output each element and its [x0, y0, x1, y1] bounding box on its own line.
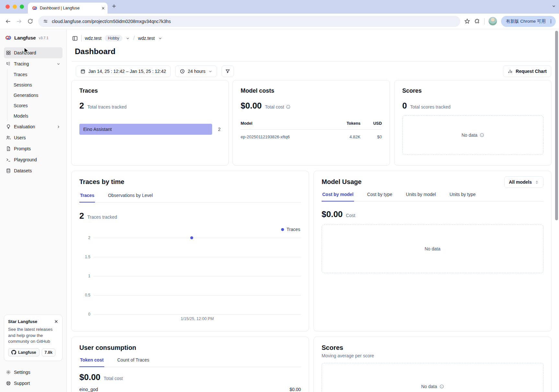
request-chart-label: Request Chart — [516, 69, 547, 74]
users-icon — [6, 135, 11, 140]
traces-total-value: 2 — [79, 101, 84, 111]
consumption-total-value: $0.00 — [79, 372, 100, 382]
tab-observations-by-level[interactable]: Observations by Level — [107, 193, 154, 202]
tracing-subnav: Traces Sessions Generations Scores Model… — [7, 69, 63, 121]
browser-tab[interactable]: Dashboard | Langfuse — [28, 3, 108, 14]
bookmark-star-icon[interactable] — [464, 18, 470, 24]
window-close-button[interactable] — [6, 5, 10, 9]
site-controls-icon[interactable] — [43, 18, 48, 24]
gear-icon — [6, 370, 11, 375]
trace-bar[interactable]: Eino Assistant — [79, 124, 212, 135]
chevron-right-icon[interactable] — [56, 125, 61, 129]
tab-traces[interactable]: Traces — [79, 193, 95, 202]
traces-total-caption: Total traces tracked — [87, 104, 126, 110]
sidebar-item-label: Evaluation — [14, 124, 35, 129]
sidebar-item-label: Scores — [14, 103, 28, 108]
card-title: User consumption — [79, 344, 301, 352]
y-tick: 1.5 — [79, 255, 90, 259]
sidebar-item-users[interactable]: Users — [4, 132, 63, 143]
database-icon — [6, 168, 11, 173]
sidebar-item-generations[interactable]: Generations — [7, 90, 63, 100]
breadcrumb-org[interactable]: wdz.test — [85, 36, 101, 41]
sidebar-item-models[interactable]: Models — [7, 111, 63, 121]
empty-state-label: No data — [421, 384, 437, 389]
date-range-picker[interactable]: Jan 14, 25 : 12:42 – Jan 15, 25 : 12:42 — [76, 65, 171, 77]
chart-legend: Traces — [281, 227, 300, 232]
sidebar-item-label: Users — [14, 135, 26, 140]
tab-count-of-traces[interactable]: Count of Traces — [117, 357, 150, 367]
sidebar-item-settings[interactable]: Settings — [4, 367, 63, 378]
user-consumption-card: User consumption Token cost Count of Tra… — [71, 337, 309, 392]
info-icon — [480, 133, 484, 137]
y-tick: 0.5 — [79, 293, 90, 297]
chrome-update-button[interactable]: 有新版 Chrome 可用 — [501, 16, 556, 27]
sidebar-item-label: Prompts — [14, 146, 31, 151]
extensions-icon[interactable] — [474, 18, 480, 24]
sidebar-item-sessions[interactable]: Sessions — [7, 80, 63, 90]
tab-list-chevron-icon[interactable] — [552, 4, 556, 8]
breadcrumb-project[interactable]: wdz.test — [138, 36, 154, 41]
window-zoom-button[interactable] — [20, 5, 24, 9]
reload-button[interactable] — [25, 16, 36, 27]
empty-state-label: No data — [425, 246, 440, 251]
url-text: cloud.langfuse.com/project/cm50idm0208mx… — [52, 19, 171, 24]
trace-bar-row[interactable]: Eino Assistant 2 — [79, 124, 221, 135]
chrome-update-label: 有新版 Chrome 可用 — [506, 18, 546, 24]
empty-state: No data — [402, 115, 543, 155]
sidebar-item-dashboard[interactable]: Dashboard — [4, 47, 63, 58]
time-window-label: 24 hours — [188, 69, 205, 74]
tab-cost-by-model[interactable]: Cost by model — [322, 192, 354, 201]
github-star-count[interactable]: 7.8k — [42, 349, 55, 356]
tab-units-by-model[interactable]: Units by model — [405, 192, 437, 201]
sidebar-item-datasets[interactable]: Datasets — [4, 165, 63, 176]
sidebar-item-label: Playground — [14, 157, 37, 162]
url-bar[interactable]: cloud.langfuse.com/project/cm50idm0208mx… — [38, 16, 460, 27]
sidebar-item-playground[interactable]: Playground — [4, 154, 63, 165]
window-controls[interactable] — [6, 5, 24, 9]
chevron-down-icon[interactable] — [56, 62, 61, 66]
sidebar-item-tracing[interactable]: Tracing — [4, 58, 63, 69]
sidebar-item-label: Tracing — [14, 61, 29, 66]
cell-usd: $0 — [360, 134, 382, 139]
profile-avatar[interactable] — [488, 17, 497, 26]
chevron-down-icon[interactable] — [158, 36, 162, 40]
page-title: Dashboard — [75, 47, 551, 56]
y-tick: 1 — [79, 274, 90, 278]
model-select-value: All models — [509, 179, 532, 185]
time-window-select[interactable]: 24 hours — [175, 65, 217, 77]
main-content: wdz.test Hobby / wdz.test Dashboard Jan … — [67, 29, 559, 392]
model-select[interactable]: All models — [504, 176, 543, 188]
trace-bar-label: Eino Assistant — [83, 127, 112, 132]
consumption-total-caption: Total cost — [104, 376, 123, 381]
scrollbar-thumb[interactable] — [555, 31, 558, 220]
tab-token-cost[interactable]: Token cost — [79, 357, 104, 367]
model-usage-card: Model Usage All models Cost by model Cos… — [314, 171, 552, 331]
sidebar-item-label: Generations — [14, 93, 38, 98]
y-tick: 2 — [79, 236, 90, 240]
scores-total-caption: Total scores tracked — [410, 104, 451, 110]
sidebar-item-evaluation[interactable]: Evaluation — [4, 121, 63, 132]
tab-units-by-type[interactable]: Units by type — [449, 192, 476, 201]
forward-button[interactable] — [14, 16, 25, 27]
sidebar-item-prompts[interactable]: Prompts — [4, 143, 63, 154]
model-costs-table: Model Tokens USD ep-20250112193826-xftq6… — [241, 121, 382, 139]
new-tab-button[interactable] — [111, 4, 117, 9]
traces-card: Traces 2 Total traces tracked Eino Assis… — [71, 80, 229, 166]
tab-close-icon[interactable] — [101, 6, 105, 10]
table-row: ep-20250112193826-xftq6 4.82K $0 — [241, 130, 382, 139]
close-icon[interactable] — [54, 319, 58, 324]
usage-cost-caption: Cost — [346, 213, 355, 218]
chevron-down-icon[interactable] — [126, 36, 130, 40]
sidebar-item-support[interactable]: Support — [4, 378, 63, 389]
github-icon — [11, 350, 16, 355]
sidebar-item-scores[interactable]: Scores — [7, 100, 63, 111]
sidebar-toggle-icon[interactable] — [72, 35, 78, 41]
tab-cost-by-type[interactable]: Cost by type — [366, 192, 393, 201]
back-button[interactable] — [3, 16, 14, 27]
window-minimize-button[interactable] — [13, 5, 17, 9]
sidebar-item-traces[interactable]: Traces — [7, 69, 63, 80]
filter-button[interactable] — [222, 65, 234, 77]
kebab-menu-icon[interactable] — [548, 19, 553, 24]
request-chart-button[interactable]: Request Chart — [503, 65, 551, 77]
github-star-button[interactable]: Langfuse — [8, 348, 40, 356]
